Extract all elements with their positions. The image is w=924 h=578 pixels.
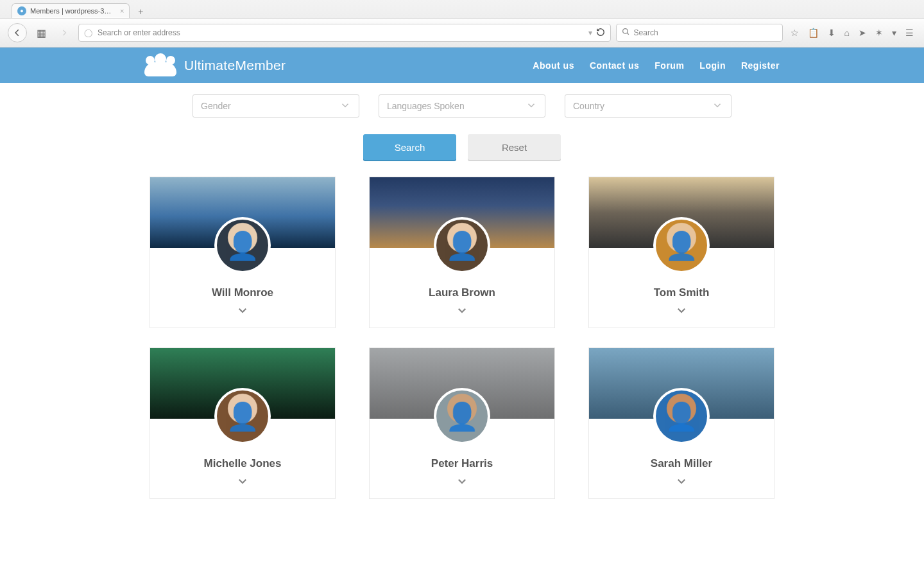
url-placeholder: Search or enter address bbox=[98, 28, 180, 37]
send-icon[interactable]: ➤ bbox=[859, 28, 866, 38]
site-header: UltimateMember About us Contact us Forum… bbox=[0, 48, 924, 83]
filter-languages-label: Languages Spoken bbox=[387, 101, 465, 111]
reset-button[interactable]: Reset bbox=[468, 134, 561, 160]
member-card[interactable]: Peter Harris bbox=[369, 347, 555, 499]
address-bar[interactable]: ◯ Search or enter address ▾ bbox=[78, 24, 611, 42]
member-card[interactable]: Michelle Jones bbox=[150, 347, 336, 499]
new-tab-button[interactable]: + bbox=[133, 5, 148, 18]
reload-icon[interactable] bbox=[596, 28, 605, 39]
tab-close-icon[interactable]: × bbox=[120, 7, 124, 15]
nav-login[interactable]: Login bbox=[699, 60, 726, 71]
clipboard-icon[interactable]: 📋 bbox=[808, 28, 819, 38]
shield-icon[interactable]: ▦ bbox=[32, 24, 50, 42]
filter-country-label: Country bbox=[573, 101, 604, 111]
expand-icon[interactable] bbox=[150, 303, 335, 328]
avatar[interactable] bbox=[214, 388, 271, 444]
filter-country[interactable]: Country bbox=[565, 94, 732, 118]
page-content: Gender Languages Spoken Country Search R… bbox=[144, 83, 780, 525]
bookmark-star-icon[interactable]: ☆ bbox=[791, 28, 799, 38]
members-grid: Will Monroe Laura Brown Tom Smith Michel… bbox=[144, 177, 780, 499]
search-icon bbox=[622, 28, 630, 38]
nav-about[interactable]: About us bbox=[533, 60, 574, 71]
member-name: Laura Brown bbox=[370, 286, 554, 299]
nav-forum[interactable]: Forum bbox=[654, 60, 684, 71]
toolbar-icons: ☆ 📋 ⬇ ⌂ ➤ ✶ ▾ ☰ bbox=[788, 28, 916, 38]
downloads-icon[interactable]: ⬇ bbox=[828, 28, 835, 38]
svg-line-1 bbox=[627, 33, 629, 35]
browser-toolbar: ▦ ◯ Search or enter address ▾ Search ☆ 📋… bbox=[0, 18, 924, 47]
member-name: Sarah Miller bbox=[589, 457, 774, 470]
member-card[interactable]: Will Monroe bbox=[150, 177, 336, 328]
menu-icon[interactable]: ☰ bbox=[905, 28, 914, 38]
avatar[interactable] bbox=[434, 217, 490, 274]
avatar[interactable] bbox=[653, 388, 710, 444]
brand-logo-icon bbox=[144, 55, 176, 76]
expand-icon[interactable] bbox=[150, 474, 335, 498]
tab-favicon: ● bbox=[17, 6, 26, 15]
member-name: Tom Smith bbox=[589, 286, 774, 299]
tab-bar: ● Members | wordpress-3920... × + bbox=[0, 0, 924, 18]
tab-title: Members | wordpress-3920... bbox=[30, 7, 114, 15]
filter-gender[interactable]: Gender bbox=[193, 94, 359, 118]
avatar[interactable] bbox=[653, 217, 710, 274]
member-name: Peter Harris bbox=[370, 457, 554, 470]
browser-search[interactable]: Search bbox=[616, 24, 783, 42]
reader-icon[interactable]: ▾ bbox=[588, 28, 592, 37]
search-button[interactable]: Search bbox=[363, 134, 456, 160]
svg-point-0 bbox=[622, 29, 628, 34]
nav-contact[interactable]: Contact us bbox=[590, 60, 639, 71]
avatar[interactable] bbox=[214, 217, 271, 274]
filter-actions: Search Reset bbox=[144, 134, 780, 160]
expand-icon[interactable] bbox=[589, 303, 774, 328]
expand-icon[interactable] bbox=[370, 474, 554, 498]
member-card[interactable]: Laura Brown bbox=[369, 177, 555, 328]
chevron-down-icon bbox=[339, 100, 351, 113]
puzzle-icon[interactable]: ✶ bbox=[875, 28, 883, 38]
brand-text: UltimateMember bbox=[184, 58, 286, 73]
globe-icon: ◯ bbox=[84, 28, 92, 37]
expand-icon[interactable] bbox=[370, 303, 554, 328]
home-icon[interactable]: ⌂ bbox=[844, 28, 850, 38]
member-card[interactable]: Sarah Miller bbox=[588, 347, 774, 499]
forward-button[interactable] bbox=[55, 24, 73, 42]
back-button[interactable] bbox=[8, 23, 27, 42]
member-card[interactable]: Tom Smith bbox=[588, 177, 774, 328]
expand-icon[interactable] bbox=[589, 474, 774, 498]
browser-chrome: ● Members | wordpress-3920... × + ▦ ◯ Se… bbox=[0, 0, 924, 48]
chevron-down-icon bbox=[526, 100, 537, 113]
filter-gender-label: Gender bbox=[201, 101, 231, 111]
search-placeholder: Search bbox=[634, 28, 658, 37]
brand[interactable]: UltimateMember bbox=[144, 55, 286, 76]
filters-row: Gender Languages Spoken Country bbox=[144, 94, 780, 118]
main-nav: About us Contact us Forum Login Register bbox=[533, 60, 780, 71]
chevron-down-icon bbox=[712, 100, 723, 113]
dropdown-icon[interactable]: ▾ bbox=[892, 28, 896, 38]
member-name: Michelle Jones bbox=[150, 457, 335, 470]
nav-register[interactable]: Register bbox=[741, 60, 780, 71]
filter-languages[interactable]: Languages Spoken bbox=[379, 94, 545, 118]
member-name: Will Monroe bbox=[150, 286, 335, 299]
browser-tab[interactable]: ● Members | wordpress-3920... × bbox=[12, 3, 130, 18]
avatar[interactable] bbox=[434, 388, 490, 444]
